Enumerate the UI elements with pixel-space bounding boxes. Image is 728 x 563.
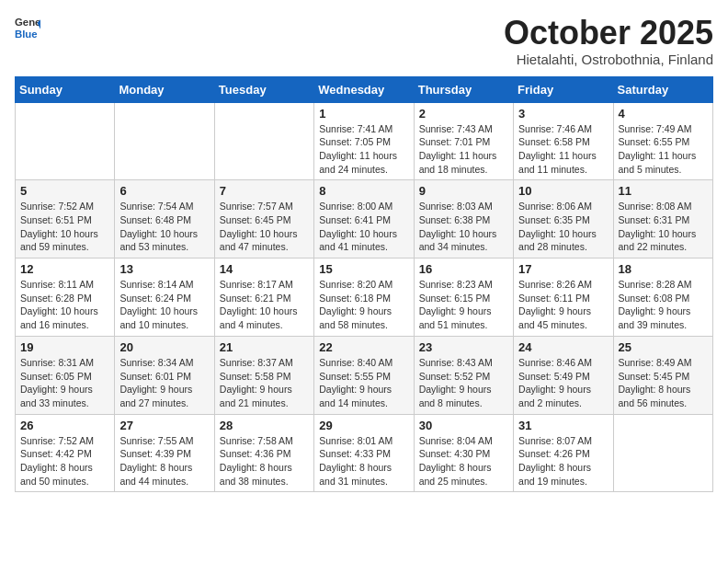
day-number: 23 <box>419 340 508 354</box>
day-number: 11 <box>619 184 708 198</box>
title-section: October 2025 Hietalahti, Ostrobothnia, F… <box>504 15 713 67</box>
day-info: Sunrise: 8:46 AM Sunset: 5:49 PM Dayligh… <box>518 356 608 410</box>
day-number: 14 <box>220 262 309 276</box>
day-number: 22 <box>319 340 408 354</box>
calendar-cell: 28Sunrise: 7:58 AM Sunset: 4:36 PM Dayli… <box>214 414 313 492</box>
day-number: 18 <box>619 262 708 276</box>
calendar-week-3: 12Sunrise: 8:11 AM Sunset: 6:28 PM Dayli… <box>16 259 713 337</box>
day-number: 25 <box>619 340 708 354</box>
calendar-cell <box>613 414 712 492</box>
day-info: Sunrise: 8:43 AM Sunset: 5:52 PM Dayligh… <box>419 356 508 410</box>
day-info: Sunrise: 8:20 AM Sunset: 6:18 PM Dayligh… <box>319 278 408 332</box>
day-number: 30 <box>419 419 508 432</box>
day-info: Sunrise: 7:46 AM Sunset: 6:58 PM Dayligh… <box>518 122 608 177</box>
calendar-week-5: 26Sunrise: 7:52 AM Sunset: 4:42 PM Dayli… <box>16 414 713 492</box>
day-number: 28 <box>220 419 309 432</box>
calendar-cell: 30Sunrise: 8:04 AM Sunset: 4:30 PM Dayli… <box>414 414 513 492</box>
day-number: 19 <box>20 340 109 354</box>
day-info: Sunrise: 8:26 AM Sunset: 6:11 PM Dayligh… <box>518 278 608 332</box>
day-info: Sunrise: 8:03 AM Sunset: 6:38 PM Dayligh… <box>419 200 508 254</box>
day-number: 20 <box>119 340 209 354</box>
day-number: 29 <box>319 419 408 432</box>
day-number: 9 <box>419 184 508 198</box>
calendar-table: SundayMondayTuesdayWednesdayThursdayFrid… <box>15 76 713 493</box>
weekday-header-thursday: Thursday <box>414 76 513 102</box>
calendar-cell: 29Sunrise: 8:01 AM Sunset: 4:33 PM Dayli… <box>314 414 414 492</box>
day-info: Sunrise: 8:17 AM Sunset: 6:21 PM Dayligh… <box>220 278 309 332</box>
day-number: 15 <box>319 262 408 276</box>
day-info: Sunrise: 8:07 AM Sunset: 4:26 PM Dayligh… <box>518 434 608 488</box>
weekday-header-row: SundayMondayTuesdayWednesdayThursdayFrid… <box>16 76 713 102</box>
calendar-cell: 11Sunrise: 8:08 AM Sunset: 6:31 PM Dayli… <box>613 180 712 259</box>
day-info: Sunrise: 8:28 AM Sunset: 6:08 PM Dayligh… <box>619 278 708 332</box>
day-info: Sunrise: 8:40 AM Sunset: 5:55 PM Dayligh… <box>319 356 408 410</box>
calendar-cell: 4Sunrise: 7:49 AM Sunset: 6:55 PM Daylig… <box>613 102 712 180</box>
day-number: 13 <box>119 262 209 276</box>
day-info: Sunrise: 8:08 AM Sunset: 6:31 PM Dayligh… <box>619 200 708 254</box>
weekday-header-saturday: Saturday <box>613 76 712 102</box>
day-number: 5 <box>20 184 109 198</box>
calendar-cell: 3Sunrise: 7:46 AM Sunset: 6:58 PM Daylig… <box>514 102 613 180</box>
calendar-cell: 8Sunrise: 8:00 AM Sunset: 6:41 PM Daylig… <box>314 180 414 259</box>
day-info: Sunrise: 8:01 AM Sunset: 4:33 PM Dayligh… <box>319 434 408 488</box>
day-info: Sunrise: 7:52 AM Sunset: 6:51 PM Dayligh… <box>20 200 109 254</box>
day-number: 4 <box>619 107 708 121</box>
day-number: 2 <box>419 107 508 121</box>
day-info: Sunrise: 7:55 AM Sunset: 4:39 PM Dayligh… <box>119 434 209 488</box>
day-info: Sunrise: 8:04 AM Sunset: 4:30 PM Dayligh… <box>419 434 508 488</box>
calendar-cell: 1Sunrise: 7:41 AM Sunset: 7:05 PM Daylig… <box>314 102 414 180</box>
day-number: 17 <box>518 262 608 276</box>
day-info: Sunrise: 7:54 AM Sunset: 6:48 PM Dayligh… <box>119 200 209 254</box>
day-number: 10 <box>518 184 608 198</box>
logo-icon: General Blue <box>15 15 40 40</box>
day-info: Sunrise: 8:23 AM Sunset: 6:15 PM Dayligh… <box>419 278 508 332</box>
weekday-header-tuesday: Tuesday <box>214 76 313 102</box>
day-info: Sunrise: 8:34 AM Sunset: 6:01 PM Dayligh… <box>119 356 209 410</box>
calendar-cell: 5Sunrise: 7:52 AM Sunset: 6:51 PM Daylig… <box>16 180 115 259</box>
day-info: Sunrise: 7:41 AM Sunset: 7:05 PM Dayligh… <box>319 122 408 177</box>
calendar-cell: 27Sunrise: 7:55 AM Sunset: 4:39 PM Dayli… <box>115 414 214 492</box>
calendar-cell: 17Sunrise: 8:26 AM Sunset: 6:11 PM Dayli… <box>514 259 613 337</box>
day-number: 27 <box>119 419 209 432</box>
calendar-cell <box>16 102 115 180</box>
calendar-week-1: 1Sunrise: 7:41 AM Sunset: 7:05 PM Daylig… <box>16 102 713 180</box>
calendar-cell: 25Sunrise: 8:49 AM Sunset: 5:45 PM Dayli… <box>613 336 712 414</box>
calendar-cell <box>115 102 214 180</box>
day-info: Sunrise: 7:49 AM Sunset: 6:55 PM Dayligh… <box>619 122 708 177</box>
calendar-cell: 15Sunrise: 8:20 AM Sunset: 6:18 PM Dayli… <box>314 259 414 337</box>
calendar-cell: 18Sunrise: 8:28 AM Sunset: 6:08 PM Dayli… <box>613 259 712 337</box>
day-number: 1 <box>319 107 408 121</box>
location-title: Hietalahti, Ostrobothnia, Finland <box>504 52 713 67</box>
calendar-cell: 2Sunrise: 7:43 AM Sunset: 7:01 PM Daylig… <box>414 102 513 180</box>
weekday-header-monday: Monday <box>115 76 214 102</box>
day-info: Sunrise: 7:57 AM Sunset: 6:45 PM Dayligh… <box>220 200 309 254</box>
day-number: 24 <box>518 340 608 354</box>
calendar-cell: 14Sunrise: 8:17 AM Sunset: 6:21 PM Dayli… <box>214 259 313 337</box>
calendar-cell: 23Sunrise: 8:43 AM Sunset: 5:52 PM Dayli… <box>414 336 513 414</box>
day-number: 16 <box>419 262 508 276</box>
day-info: Sunrise: 8:14 AM Sunset: 6:24 PM Dayligh… <box>119 278 209 332</box>
day-info: Sunrise: 8:31 AM Sunset: 6:05 PM Dayligh… <box>20 356 109 410</box>
day-info: Sunrise: 8:00 AM Sunset: 6:41 PM Dayligh… <box>319 200 408 254</box>
day-info: Sunrise: 8:06 AM Sunset: 6:35 PM Dayligh… <box>518 200 608 254</box>
calendar-cell: 20Sunrise: 8:34 AM Sunset: 6:01 PM Dayli… <box>115 336 214 414</box>
calendar-week-2: 5Sunrise: 7:52 AM Sunset: 6:51 PM Daylig… <box>16 180 713 259</box>
weekday-header-friday: Friday <box>514 76 613 102</box>
calendar-cell: 7Sunrise: 7:57 AM Sunset: 6:45 PM Daylig… <box>214 180 313 259</box>
day-info: Sunrise: 8:11 AM Sunset: 6:28 PM Dayligh… <box>20 278 109 332</box>
day-number: 21 <box>220 340 309 354</box>
day-info: Sunrise: 7:43 AM Sunset: 7:01 PM Dayligh… <box>419 122 508 177</box>
day-info: Sunrise: 7:58 AM Sunset: 4:36 PM Dayligh… <box>220 434 309 488</box>
calendar-cell: 22Sunrise: 8:40 AM Sunset: 5:55 PM Dayli… <box>314 336 414 414</box>
calendar-cell: 13Sunrise: 8:14 AM Sunset: 6:24 PM Dayli… <box>115 259 214 337</box>
calendar-week-4: 19Sunrise: 8:31 AM Sunset: 6:05 PM Dayli… <box>16 336 713 414</box>
calendar-cell: 6Sunrise: 7:54 AM Sunset: 6:48 PM Daylig… <box>115 180 214 259</box>
calendar-cell <box>214 102 313 180</box>
calendar-cell: 12Sunrise: 8:11 AM Sunset: 6:28 PM Dayli… <box>16 259 115 337</box>
calendar-cell: 24Sunrise: 8:46 AM Sunset: 5:49 PM Dayli… <box>514 336 613 414</box>
month-title: October 2025 <box>504 15 713 52</box>
weekday-header-wednesday: Wednesday <box>314 76 414 102</box>
svg-text:General: General <box>15 17 40 28</box>
calendar-cell: 9Sunrise: 8:03 AM Sunset: 6:38 PM Daylig… <box>414 180 513 259</box>
day-info: Sunrise: 8:49 AM Sunset: 5:45 PM Dayligh… <box>619 356 708 410</box>
